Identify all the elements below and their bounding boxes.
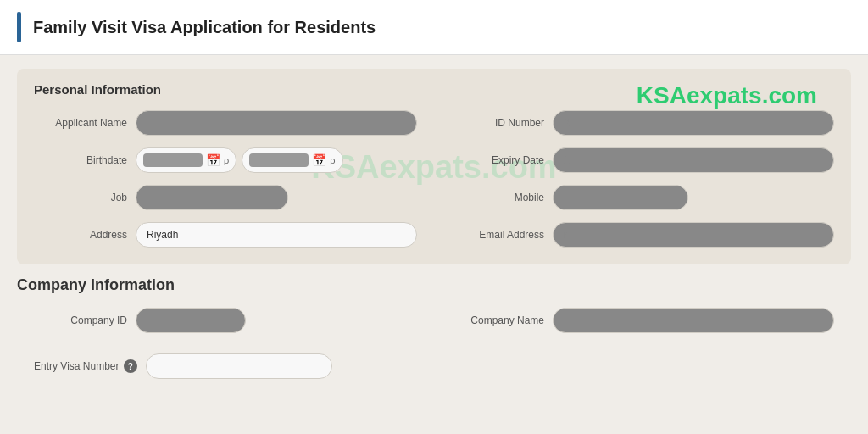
mobile-row: Mobile — [451, 185, 834, 210]
company-info-section: Company ID Company Name — [17, 294, 851, 347]
address-input[interactable] — [136, 222, 417, 248]
brand-text: KSAexpats.com — [637, 82, 817, 109]
company-name-label: Company Name — [451, 314, 544, 326]
calendar-icon2[interactable]: 📅 — [312, 153, 326, 167]
birthdate-row: Birthdate 📅 ρ 📅 ρ — [34, 147, 417, 173]
email-input[interactable] — [553, 222, 834, 248]
entry-visa-label: Entry Visa Number ? — [34, 359, 137, 373]
expiry-date-input[interactable] — [553, 147, 834, 173]
expiry-date-row: Expiry Date — [451, 147, 834, 173]
calendar-icon1[interactable]: 📅 — [206, 153, 220, 167]
personal-info-grid: Applicant Name ID Number Birthdate 📅 ρ — [34, 110, 834, 248]
entry-visa-row: Entry Visa Number ? — [34, 353, 834, 379]
entry-section: Entry Visa Number ? — [17, 347, 851, 392]
applicant-name-label: Applicant Name — [34, 117, 127, 129]
mobile-label: Mobile — [451, 192, 544, 203]
birthdate-input1-wrap: 📅 ρ — [136, 147, 236, 173]
job-row: Job — [34, 185, 417, 210]
page-title: Family Visit Visa Application for Reside… — [33, 18, 376, 37]
company-id-label: Company ID — [34, 314, 127, 326]
job-label: Job — [34, 192, 127, 203]
entry-visa-input[interactable] — [146, 353, 332, 379]
birthdate-input2-wrap: 📅 ρ — [242, 147, 342, 173]
personal-info-section: KSAexpats.com KSAexpats.com Personal Inf… — [17, 69, 851, 264]
company-info-grid: Company ID Company Name — [34, 308, 834, 333]
email-label: Email Address — [451, 229, 544, 241]
company-name-row: Company Name — [451, 308, 834, 333]
email-row: Email Address — [451, 222, 834, 248]
birthdate-group: 📅 ρ 📅 ρ — [136, 147, 417, 173]
applicant-name-input[interactable] — [136, 110, 417, 136]
page-wrapper: Family Visit Visa Application for Reside… — [0, 0, 868, 434]
applicant-name-row: Applicant Name — [34, 110, 417, 136]
birthdate-label: Birthdate — [34, 154, 127, 166]
job-input[interactable] — [136, 185, 288, 210]
calendar-label2: ρ — [330, 155, 335, 165]
calendar-label1: ρ — [224, 155, 229, 165]
birthdate-input2[interactable] — [249, 153, 309, 167]
company-id-row: Company ID — [34, 308, 417, 333]
mobile-input[interactable] — [553, 185, 688, 210]
entry-visa-help-icon[interactable]: ? — [124, 359, 137, 373]
company-name-input[interactable] — [553, 308, 834, 333]
birthdate-input1[interactable] — [143, 153, 203, 167]
company-info-title: Company Information — [17, 276, 851, 294]
id-number-input[interactable] — [553, 110, 834, 136]
expiry-date-label: Expiry Date — [451, 154, 544, 166]
id-number-row: ID Number — [451, 110, 834, 136]
header-accent — [17, 12, 21, 42]
address-row: Address — [34, 222, 417, 248]
company-id-input[interactable] — [136, 308, 246, 333]
header-bar: Family Visit Visa Application for Reside… — [0, 0, 868, 55]
address-label: Address — [34, 229, 127, 241]
id-number-label: ID Number — [451, 117, 544, 129]
